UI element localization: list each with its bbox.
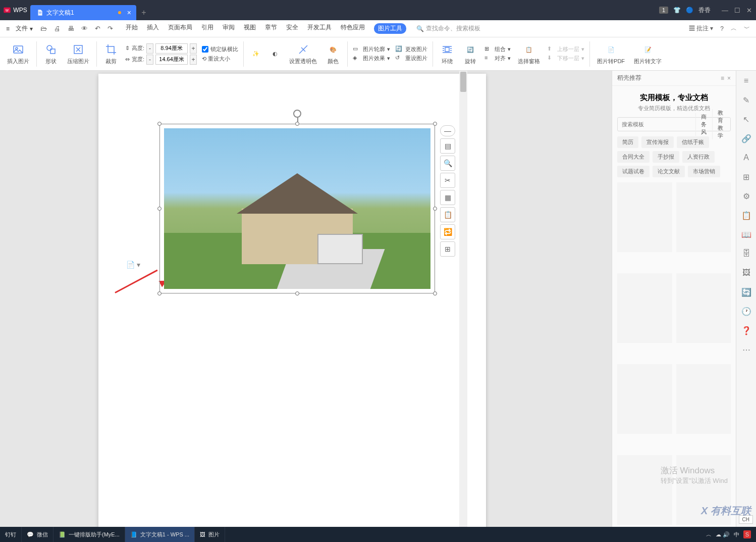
selected-image[interactable] <box>159 124 435 293</box>
file-menu[interactable]: 文件 ▾ <box>12 24 37 33</box>
vertical-scrollbar[interactable] <box>459 71 467 542</box>
insert-picture-button[interactable]: 插入图片 <box>5 42 31 65</box>
rotate-button[interactable]: 🔄 旋转 <box>461 42 479 65</box>
open-icon[interactable]: 🗁 <box>39 24 48 33</box>
side-link-icon[interactable]: 🔗 <box>740 132 752 144</box>
undo-icon[interactable]: ↶ <box>93 24 102 33</box>
annotate-button[interactable]: ☰ 批注 ▾ <box>689 24 714 33</box>
recolor-icon-button[interactable]: ◐ <box>268 48 282 60</box>
resize-handle-w[interactable] <box>157 207 161 211</box>
tab-picture-tools[interactable]: 图片工具 <box>374 23 406 34</box>
adjust-icon-button[interactable]: ✨ <box>249 48 263 60</box>
tag-exam[interactable]: 试题试卷 <box>617 166 650 177</box>
width-input[interactable] <box>155 55 188 65</box>
side-more-icon[interactable]: ⋯ <box>740 343 752 356</box>
tab-start[interactable]: 开始 <box>126 23 138 34</box>
color-button[interactable]: 🎨 颜色 <box>324 42 342 65</box>
template-card[interactable] <box>676 364 731 434</box>
tab-dev[interactable]: 开发工具 <box>307 23 332 34</box>
template-card[interactable] <box>617 182 672 252</box>
tag-poster[interactable]: 宣传海报 <box>641 136 674 148</box>
float-copy-icon[interactable]: 📋 <box>440 207 455 222</box>
taskbar-pictures[interactable]: 🖼 图片 <box>195 527 225 542</box>
resize-handle-nw[interactable] <box>157 122 161 126</box>
maximize-icon[interactable]: ☐ <box>734 7 740 14</box>
document-tab[interactable]: W 文字文稿1 × <box>30 5 136 20</box>
close-window-icon[interactable]: ✕ <box>746 7 752 14</box>
ribbon-min-icon[interactable]: ︿ <box>731 24 737 33</box>
side-cursor-icon[interactable]: ↖ <box>740 113 752 125</box>
effect-button[interactable]: ◈图片效果 ▾ <box>353 55 390 63</box>
new-tab-button[interactable]: + <box>136 5 151 20</box>
tag-paper[interactable]: 论文文献 <box>653 166 685 177</box>
float-layout-icon[interactable]: ▤ <box>440 138 455 154</box>
preview-icon[interactable]: 👁 <box>80 24 89 33</box>
redo-icon[interactable]: ↷ <box>106 24 115 33</box>
tab-insert[interactable]: 插入 <box>147 23 159 34</box>
bring-forward-button[interactable]: ⬆上移一层 ▾ <box>547 45 584 54</box>
resize-handle-s[interactable] <box>295 291 299 295</box>
tag-handcopy[interactable]: 手抄报 <box>653 151 679 163</box>
transparent-color-button[interactable]: 设置透明色 <box>287 42 319 65</box>
panel-menu-icon[interactable]: ≡ <box>721 75 724 82</box>
side-image-icon[interactable]: 🖼 <box>740 267 752 279</box>
menu-hamburger-icon[interactable]: ≡ <box>6 25 10 32</box>
tag-hr[interactable]: 人资行政 <box>682 151 715 163</box>
side-clipboard-icon[interactable]: 📋 <box>740 209 752 221</box>
resize-handle-sw[interactable] <box>157 291 161 295</box>
height-decrease[interactable]: - <box>146 43 153 54</box>
side-help-icon[interactable]: ❓ <box>740 324 752 336</box>
side-clock-icon[interactable]: 🕐 <box>740 305 752 317</box>
user-avatar[interactable]: 🔵 <box>686 7 693 14</box>
command-search[interactable]: 🔍 查找命令、搜索模板 <box>416 24 480 33</box>
align-button[interactable]: ≡对齐 ▾ <box>484 55 511 63</box>
float-style-icon[interactable]: ▦ <box>440 190 455 205</box>
tag-contract[interactable]: 合同大全 <box>617 151 650 163</box>
float-crop-icon[interactable]: ✂ <box>440 173 455 188</box>
tab-special[interactable]: 特色应用 <box>341 23 365 34</box>
resize-handle-e[interactable] <box>433 207 437 211</box>
help-icon[interactable]: ? <box>720 25 724 32</box>
to-pdf-button[interactable]: 📄 图片转PDF <box>595 42 627 65</box>
side-refresh-icon[interactable]: 🔄 <box>740 286 752 298</box>
system-tray[interactable]: ︿ ☁ 🔊 中 S <box>701 530 756 538</box>
resize-handle-se[interactable] <box>433 291 437 295</box>
resize-handle-n[interactable] <box>295 122 299 126</box>
float-zoom-icon[interactable]: 🔍 <box>440 156 455 171</box>
float-replace-icon[interactable]: 🔁 <box>440 224 455 239</box>
tag-marketing[interactable]: 市场营销 <box>688 166 720 177</box>
side-archive-icon[interactable]: 🗄 <box>740 248 752 260</box>
taskbar-wps[interactable]: 📘 文字文稿1 - WPS ... <box>125 527 195 542</box>
template-search[interactable]: 商务风 教育教学 <box>617 117 731 131</box>
side-hamburger-icon[interactable]: ≡ <box>740 75 752 87</box>
height-input[interactable] <box>155 43 188 54</box>
minimize-icon[interactable]: — <box>722 7 728 14</box>
send-backward-button[interactable]: ⬇下移一层 ▾ <box>547 55 584 63</box>
float-collapse[interactable]: — <box>440 125 455 136</box>
tab-security[interactable]: 安全 <box>286 23 298 34</box>
side-text-icon[interactable]: A <box>740 152 752 164</box>
group-button[interactable]: ⊞组合 ▾ <box>484 45 511 54</box>
template-card[interactable] <box>617 364 672 434</box>
select-pane-button[interactable]: 📋 选择窗格 <box>516 42 542 65</box>
taskbar-typeset[interactable]: 📗 一键排版助手(MyE... <box>53 527 125 542</box>
float-more-icon[interactable]: ⊞ <box>440 241 455 257</box>
side-table-icon[interactable]: ⊞ <box>740 171 752 183</box>
shape-button[interactable]: 形状 <box>42 42 60 65</box>
rotate-handle[interactable] <box>293 110 301 118</box>
tab-close-icon[interactable]: × <box>127 9 131 17</box>
reset-pic-button[interactable]: ↺重设图片 <box>395 55 427 63</box>
save-icon[interactable]: 🖨 <box>52 24 62 33</box>
tag-letter[interactable]: 信纸手账 <box>677 136 709 148</box>
side-pencil-icon[interactable]: ✎ <box>740 94 752 106</box>
tag-resume[interactable]: 简历 <box>617 136 638 148</box>
tray-up-icon[interactable]: ︿ <box>706 531 712 538</box>
paste-options-icon[interactable]: 📄 ▾ <box>126 261 140 269</box>
skin-icon[interactable]: 👕 <box>673 7 681 14</box>
change-pic-button[interactable]: 🔄更改图片 <box>395 45 427 54</box>
template-search-input[interactable] <box>618 121 695 127</box>
ribbon-expand-icon[interactable]: ﹀ <box>744 24 750 33</box>
crop-button[interactable]: 裁剪 <box>102 42 120 65</box>
tab-review[interactable]: 审阅 <box>223 23 235 34</box>
side-settings-icon[interactable]: ⚙ <box>740 190 752 202</box>
